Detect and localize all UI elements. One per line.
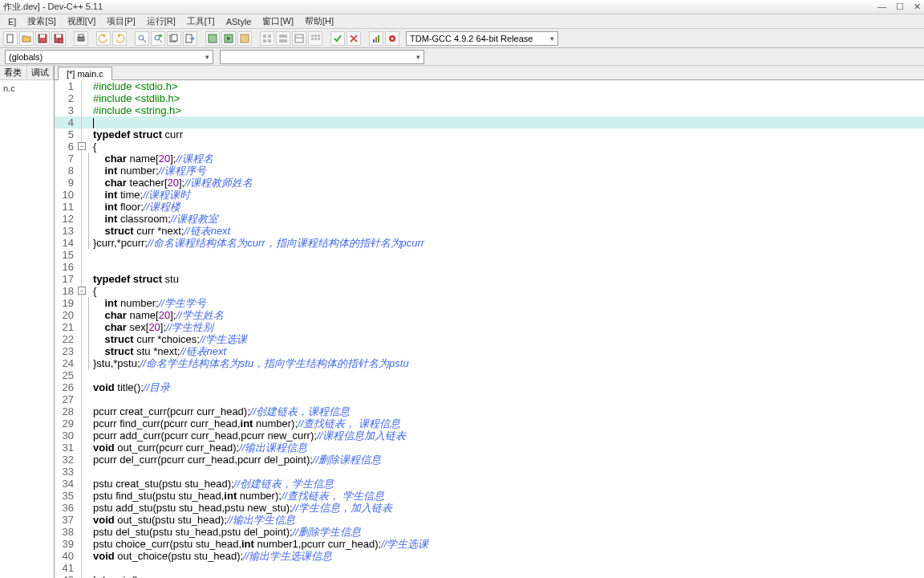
code-line[interactable]: 41 [55, 562, 924, 574]
fold-gutter[interactable] [77, 454, 87, 466]
fold-gutter[interactable] [77, 526, 87, 538]
code-line[interactable]: 25 [55, 369, 924, 381]
fold-gutter[interactable] [77, 550, 87, 562]
saveas-icon[interactable] [51, 31, 66, 46]
maximize-icon[interactable]: ☐ [896, 2, 904, 12]
fold-gutter[interactable] [77, 417, 87, 429]
fold-gutter[interactable] [77, 333, 87, 345]
print-icon[interactable] [74, 31, 88, 46]
code-line[interactable]: 8 int number;//课程序号 [55, 165, 924, 177]
code-line[interactable]: 7 char name[20];//课程名 [55, 153, 924, 165]
menu-item[interactable]: 项目[P] [102, 15, 140, 27]
fold-gutter[interactable] [77, 297, 87, 309]
menu-item[interactable]: E] [3, 17, 21, 26]
code-line[interactable]: 4 [55, 116, 924, 128]
fold-gutter[interactable] [77, 104, 87, 116]
profile-icon[interactable] [369, 31, 383, 46]
minimize-icon[interactable]: — [877, 2, 886, 12]
close-icon[interactable]: ✕ [914, 2, 921, 12]
code-editor[interactable]: 1#include <stdio.h>2#include <stdlib.h>3… [55, 80, 924, 578]
sidebar-body[interactable]: n.c [0, 80, 54, 578]
code-line[interactable]: 3#include <string.h> [55, 104, 924, 116]
run-icon[interactable] [221, 31, 236, 46]
undo-icon[interactable] [96, 31, 111, 46]
find-icon[interactable] [135, 31, 149, 46]
menu-item[interactable]: 工具[T] [182, 15, 220, 27]
fold-gutter[interactable] [77, 357, 87, 369]
fold-gutter[interactable] [77, 405, 87, 417]
replace-icon[interactable] [151, 31, 165, 46]
fold-gutter[interactable] [77, 128, 87, 140]
code-line[interactable]: 9 char teacher[20];//课程教师姓名 [55, 177, 924, 189]
scope-combo[interactable]: (globals) ▾ [5, 50, 213, 64]
code-line[interactable]: 40void out_choice(pstu stu_head);//输出学生选… [55, 550, 924, 562]
code-line[interactable]: 6{ [55, 140, 924, 153]
fold-gutter[interactable] [77, 369, 87, 381]
fold-gutter[interactable] [77, 490, 87, 502]
code-line[interactable]: 24}stu,*pstu;//命名学生结构体名为stu，指向学生结构体的指针名为… [55, 357, 924, 369]
code-line[interactable]: 27 [55, 393, 924, 405]
code-line[interactable]: 36pstu add_stu(pstu stu_head,pstu new_st… [55, 502, 924, 514]
fold-gutter[interactable] [77, 189, 87, 201]
code-line[interactable]: 37void out_stu(pstu stu_head);//输出学生信息 [55, 514, 924, 526]
code-line[interactable]: 2#include <stdlib.h> [55, 92, 924, 104]
save-icon[interactable] [35, 31, 50, 46]
code-line[interactable]: 34pstu creat_stu(pstu stu_head);//创建链表，学… [55, 478, 924, 490]
fold-gutter[interactable] [77, 92, 87, 104]
fold-gutter[interactable] [77, 502, 87, 514]
rebuild-icon[interactable] [260, 31, 274, 46]
tab-debug[interactable]: 调试 [27, 66, 55, 79]
tab-classes[interactable]: 看类 [0, 66, 27, 79]
code-line[interactable]: 1#include <stdio.h> [55, 80, 924, 92]
code-line[interactable]: 29pcurr find_curr(pcurr curr_head,int nu… [55, 417, 924, 429]
fold-gutter[interactable] [77, 273, 87, 285]
code-line[interactable]: 22 struct curr *choices;//学生选课 [55, 333, 924, 345]
menu-item[interactable]: 窗口[W] [257, 15, 298, 27]
editor-tabstrip[interactable]: [*] main.c [55, 66, 924, 80]
fold-gutter[interactable] [77, 261, 87, 273]
fold-gutter[interactable] [77, 285, 87, 297]
code-line[interactable]: 33 [55, 466, 924, 478]
code-line[interactable]: 32pcurr del_curr(pcurr curr_head,pcurr d… [55, 454, 924, 466]
code-line[interactable]: 12 int classroom;//课程教室 [55, 213, 924, 225]
fold-gutter[interactable] [77, 225, 87, 237]
code-line[interactable]: 35pstu find_stu(pstu stu_head,int number… [55, 490, 924, 502]
fold-gutter[interactable] [77, 249, 87, 261]
fold-gutter[interactable] [77, 80, 87, 92]
code-line[interactable]: 16 [55, 261, 924, 273]
fold-gutter[interactable] [77, 574, 87, 578]
code-line[interactable]: 21 char sex[20];//学生性别 [55, 321, 924, 333]
debug-icon[interactable] [385, 31, 399, 46]
goto-icon[interactable] [183, 31, 197, 46]
code-line[interactable]: 13 struct curr *next;//链表next [55, 225, 924, 237]
fold-gutter[interactable] [77, 478, 87, 490]
code-line[interactable]: 17typedef struct stu [55, 273, 924, 285]
code-line[interactable]: 39pstu choice_curr(pstu stu_head,int num… [55, 538, 924, 550]
code-line[interactable]: 42int main() [55, 574, 924, 578]
code-line[interactable]: 19 int number;//学生学号 [55, 297, 924, 309]
code-line[interactable]: 38pstu del_stu(pstu stu_head,pstu del_po… [55, 526, 924, 538]
code-line[interactable]: 26void title();//目录 [55, 381, 924, 393]
menu-item[interactable]: 运行[R] [142, 15, 180, 27]
check-icon[interactable] [330, 31, 345, 46]
grid-icon[interactable] [308, 31, 322, 46]
fold-gutter[interactable] [77, 116, 87, 128]
fold-gutter[interactable] [77, 177, 87, 189]
file-tab[interactable]: [*] main.c [58, 67, 112, 80]
sidebar-tabs[interactable]: 看类 调试 [0, 66, 54, 80]
code-line[interactable]: 14}curr,*pcurr;//命名课程结构体名为curr，指向课程结构体的指… [55, 237, 924, 249]
code-line[interactable]: 31void out_curr(pcurr curr_head);//输出课程信… [55, 442, 924, 454]
fold-gutter[interactable] [77, 140, 87, 153]
fold-gutter[interactable] [77, 153, 87, 165]
fold-gutter[interactable] [77, 237, 87, 249]
code-line[interactable]: 30pcurr add_curr(pcurr curr_head,pcurr n… [55, 429, 924, 442]
fold-gutter[interactable] [77, 442, 87, 454]
code-line[interactable]: 23 struct stu *next;//链表next [55, 345, 924, 357]
code-line[interactable]: 18{ [55, 285, 924, 297]
fold-gutter[interactable] [77, 309, 87, 321]
fold-gutter[interactable] [77, 321, 87, 333]
fold-gutter[interactable] [77, 429, 87, 442]
compile-icon[interactable] [205, 31, 220, 46]
code-line[interactable]: 11 int floor;//课程楼 [55, 201, 924, 213]
sidebar-file-item[interactable]: n.c [3, 83, 15, 93]
